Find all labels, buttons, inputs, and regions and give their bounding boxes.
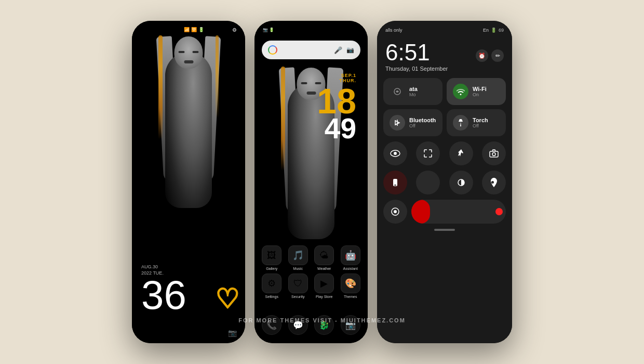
google-logo — [268, 45, 277, 55]
battery-icon: 🔋 — [198, 27, 204, 32]
phone1-status-icons: 📶 🛜 🔋 — [184, 27, 204, 32]
phone1-heart: ♡ — [216, 285, 240, 312]
cc-clock-row: 6:51 Thursday, 01 September ⏰ ✏ — [377, 37, 512, 78]
app-row-1: 🖼 Gallery 🎵 Music 🌤 Weather 🤖 Assistant — [259, 245, 364, 270]
camera-icon[interactable]: 📷 — [228, 329, 237, 337]
dock-phone[interactable]: 📞 — [262, 315, 281, 335]
cc-edit-icon[interactable]: ✏ — [491, 49, 504, 62]
svg-rect-3 — [490, 151, 498, 157]
girl-body — [165, 52, 212, 208]
dock-camera[interactable]: 📷 — [341, 315, 360, 335]
playstore-icon[interactable]: ▶ — [314, 274, 334, 293]
phone2-dock: 📞 💬 🐉 📷 — [254, 315, 368, 335]
bluetooth-toggle-icon — [390, 115, 405, 131]
cc-moon-btn[interactable] — [416, 171, 440, 194]
app-assistant[interactable]: 🤖 Assistant — [339, 245, 363, 270]
gallery-label: Gallery — [266, 267, 277, 270]
svg-point-9 — [394, 210, 397, 213]
phone-2: 📷 🔋 🎤 📷 — [254, 21, 368, 343]
svg-point-4 — [492, 153, 495, 156]
signal-icon: 📶 — [184, 27, 190, 32]
app-themes[interactable]: 🎨 Themes — [339, 274, 363, 298]
phone1-status-bar: 📶 🛜 🔋 ⚙ — [132, 21, 245, 35]
cc-battery-indicator: 🔋 — [491, 28, 497, 33]
weather-icon[interactable]: 🌤 — [314, 245, 334, 265]
bluetooth-toggle-text: Bluetooth Off — [409, 117, 436, 128]
mic-icon[interactable]: 🎤 — [334, 46, 342, 54]
cc-toggle-bluetooth[interactable]: Bluetooth Off — [383, 109, 442, 136]
dock-messages[interactable]: 💬 — [288, 315, 308, 335]
torch-toggle-sub: Off — [473, 123, 500, 128]
cc-airplane-btn[interactable] — [449, 141, 473, 165]
settings-icon[interactable]: ⚙ — [262, 274, 281, 293]
music-label: Music — [293, 267, 303, 270]
themes-icon[interactable]: 🎨 — [341, 274, 360, 293]
phone2-wallpaper: 📷 🔋 🎤 📷 — [254, 21, 368, 343]
themes-label: Themes — [344, 295, 357, 298]
cc-eye-btn[interactable] — [383, 141, 407, 165]
assistant-label: Assistant — [343, 267, 358, 270]
svg-point-2 — [394, 152, 397, 155]
app-settings[interactable]: ⚙ Settings — [260, 274, 284, 298]
app-music[interactable]: 🎵 Music — [286, 245, 310, 270]
cc-drag-handle[interactable] — [434, 229, 455, 231]
cc-fullscreen-btn[interactable] — [416, 141, 440, 165]
cc-clock-actions: ⏰ ✏ — [476, 49, 504, 62]
data-toggle-sub: Mo — [409, 92, 436, 97]
app-gallery[interactable]: 🖼 Gallery — [260, 245, 284, 270]
cc-status-right: En 🔋 69 — [483, 28, 504, 33]
girl-illustration-1 — [152, 31, 225, 218]
wifi-toggle-icon — [453, 84, 468, 99]
cc-time-display: 6:51 — [385, 40, 448, 66]
gallery-icon[interactable]: 🖼 — [262, 245, 281, 265]
cc-date-display: Thursday, 01 September — [385, 66, 448, 72]
assistant-icon[interactable]: 🤖 — [341, 245, 360, 265]
security-label: Security — [291, 295, 304, 298]
cc-slider-thumb[interactable] — [495, 208, 503, 215]
app-playstore[interactable]: ▶ Play Store — [312, 274, 336, 298]
cc-toggle-data[interactable]: ata Mo — [383, 78, 442, 105]
cc-alarm-icon[interactable]: ⏰ — [476, 49, 488, 62]
phone-1: 📶 🛜 🔋 ⚙ — [132, 21, 245, 343]
lens-icon[interactable]: 📷 — [346, 46, 354, 54]
playstore-label: Play Store — [316, 295, 332, 298]
gear-small-icon: ⚙ — [232, 27, 237, 33]
weather-label: Weather — [317, 267, 331, 270]
cc-location-btn[interactable] — [482, 171, 506, 194]
svg-rect-6 — [394, 185, 396, 186]
cc-status-left: alls only — [385, 28, 403, 33]
cc-toggle-torch[interactable]: Torch Off — [447, 109, 506, 136]
cc-status-bar: alls only En 🔋 69 — [377, 21, 512, 37]
phones-container: 📶 🛜 🔋 ⚙ — [132, 21, 512, 343]
cc-toggles-grid: ata Mo Wi-Fi On — [377, 78, 512, 136]
app-security[interactable]: 🛡 Security — [286, 274, 310, 298]
dock-dragon[interactable]: 🐉 — [314, 315, 334, 335]
wifi-status-icon: 🛜 — [191, 27, 197, 32]
wifi-toggle-sub: On — [473, 92, 500, 97]
phone2-clock: SEP.1 THUR. 18 49 — [317, 73, 356, 143]
phone1-wallpaper: 📶 🛜 🔋 ⚙ — [132, 21, 245, 343]
music-icon[interactable]: 🎵 — [288, 245, 308, 265]
girl-head — [175, 36, 203, 69]
cc-slider-fill — [411, 200, 430, 224]
cc-toggle-wifi[interactable]: Wi-Fi On — [447, 78, 506, 105]
wifi-toggle-text: Wi-Fi On — [473, 86, 500, 97]
bluetooth-toggle-title: Bluetooth — [409, 117, 436, 123]
cc-camera-btn[interactable] — [482, 141, 506, 165]
app-weather[interactable]: 🌤 Weather — [312, 245, 336, 270]
hair-highlight-right — [216, 35, 219, 119]
cc-icon-row-2 — [377, 171, 512, 194]
cc-brightness-slider[interactable] — [411, 200, 506, 224]
data-toggle-text: ata Mo — [409, 86, 436, 97]
cc-contrast-btn[interactable] — [449, 171, 473, 194]
phone2-battery-icon: 📷 — [263, 28, 268, 32]
cc-bottom-handle — [377, 229, 512, 231]
cc-en-label: En — [483, 28, 489, 33]
cc-volume-btn[interactable] — [383, 200, 407, 224]
girl2-highlight-left — [281, 67, 285, 171]
bluetooth-toggle-sub: Off — [409, 123, 436, 128]
cc-phone-btn[interactable] — [383, 171, 407, 194]
security-icon[interactable]: 🛡 — [288, 274, 308, 293]
data-toggle-title: ata — [409, 86, 436, 92]
phone2-search-bar[interactable]: 🎤 📷 — [262, 41, 360, 59]
